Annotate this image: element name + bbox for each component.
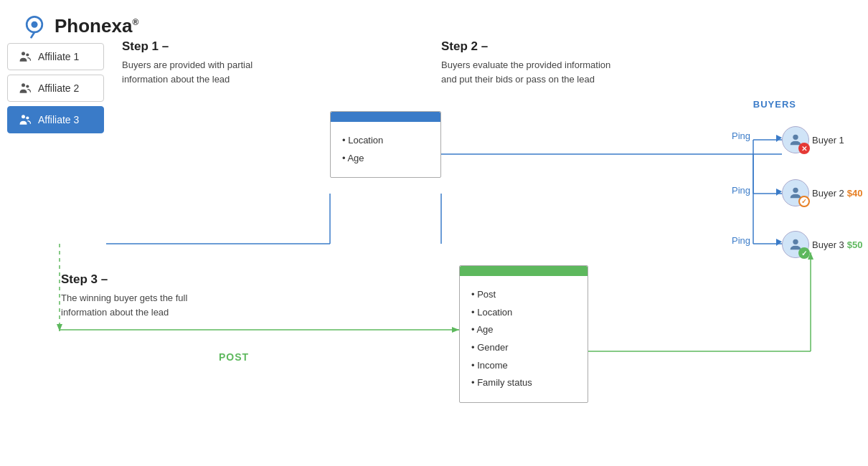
ping-info-box: Location Age [330,111,441,178]
buyer-3-name: Buyer 3 [812,239,844,250]
ping-label-3: Ping [732,235,750,246]
post-label: POST [219,351,249,363]
step-1-title: Step 1 – [122,39,294,54]
step-3-title: Step 3 – [61,272,233,287]
step-2: Step 2 – Buyers evaluate the provided in… [441,39,613,86]
post-item-income: Income [471,357,576,375]
post-box-header [460,266,588,276]
affiliate-1-label: Affiliate 1 [38,51,79,62]
affiliate-2-icon [18,81,32,95]
svg-point-26 [26,85,29,87]
svg-marker-18 [452,327,459,333]
buyer-2-name: Buyer 2 [812,188,844,199]
affiliate-2-label: Affiliate 2 [38,82,79,94]
logo-text: Phonexa® [55,15,138,37]
ping-item-age: Age [342,150,429,168]
buyer-1-badge: ✕ [798,143,810,154]
svg-marker-9 [776,135,782,142]
svg-point-31 [793,239,798,244]
buyers-label: BUYERS [753,99,796,110]
logo: Phonexa® [22,13,138,39]
post-box-content: Post Location Age Gender Income Family s… [460,276,588,402]
ping-box-content: Location Age [331,122,440,177]
buyer-1-avatar: ✕ [782,126,809,153]
step-3: Step 3 – The winning buyer gets the full… [61,272,233,319]
svg-point-25 [22,83,25,87]
buyer-1-name: Buyer 1 [812,135,844,146]
buyer-1-item: ✕ Buyer 1 [782,126,844,153]
buyer-3-avatar: ✓ [782,231,809,258]
affiliate-3-icon [18,113,32,127]
post-item-gender: Gender [471,339,576,357]
post-item-age: Age [471,321,576,339]
ping-item-location: Location [342,132,429,150]
buyer-3-badge: ✓ [798,247,810,259]
buyer-3-item: ✓ Buyer 3 $50 [782,231,863,258]
svg-point-27 [22,115,25,118]
affiliates-list: Affiliate 1 Affiliate 2 Affiliate 3 [7,43,104,133]
ping-label-2: Ping [732,185,750,196]
step-1-desc: Buyers are provided with partial informa… [122,58,294,86]
affiliate-2-box[interactable]: Affiliate 2 [7,75,104,102]
post-item-location: Location [471,304,576,322]
step-2-desc: Buyers evaluate the provided information… [441,58,613,86]
svg-marker-16 [57,324,62,331]
affiliate-3-box[interactable]: Affiliate 3 [7,106,104,133]
step-1: Step 1 – Buyers are provided with partia… [122,39,294,86]
svg-point-23 [22,52,25,55]
post-info-box: Post Location Age Gender Income Family s… [459,265,588,403]
step-2-title: Step 2 – [441,39,613,54]
post-item-post: Post [471,286,576,304]
buyer-2-amount: $40 [847,188,863,199]
svg-point-24 [26,53,29,56]
ping-label-1: Ping [732,130,750,141]
post-item-family: Family status [471,374,576,392]
buyer-2-avatar: ✓ [782,179,809,206]
affiliate-1-icon [18,49,32,64]
step-3-desc: The winning buyer gets the full informat… [61,291,233,319]
affiliate-3-label: Affiliate 3 [38,114,79,125]
buyer-3-amount: $50 [847,239,863,250]
buyer-2-badge: ✓ [798,196,810,207]
svg-point-29 [793,135,798,140]
svg-marker-11 [776,239,782,246]
svg-point-30 [793,188,798,193]
ping-box-header [331,112,440,122]
svg-point-22 [32,22,38,28]
logo-icon [22,13,47,39]
affiliate-1-box[interactable]: Affiliate 1 [7,43,104,70]
svg-marker-10 [776,189,782,196]
buyer-2-item: ✓ Buyer 2 $40 [782,179,863,206]
svg-point-28 [26,116,29,119]
